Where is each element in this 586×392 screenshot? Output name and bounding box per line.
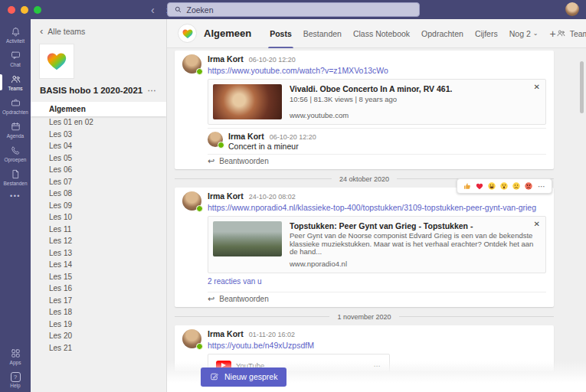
channel-item[interactable]: Les 11 (31, 224, 166, 236)
rail-more-apps-button[interactable]: ••• (0, 189, 31, 203)
titlebar: ‹ › Zoeken (0, 0, 586, 19)
channel-item[interactable]: Algemeen (31, 102, 166, 116)
tab-posts[interactable]: Posts (270, 19, 292, 47)
show-replies-link[interactable]: 2 reacties van u (208, 275, 546, 289)
video-thumbnail[interactable] (213, 84, 282, 119)
channel-team-avatar[interactable] (178, 24, 197, 43)
window-minimize-button[interactable] (21, 6, 28, 14)
article-thumbnail[interactable] (213, 221, 282, 256)
tab-more[interactable]: Nog 2⌄ (509, 19, 539, 47)
channel-item[interactable]: Les 19 (31, 318, 166, 331)
message-link[interactable]: https://www.nporadio4.nl/klassieke-top-4… (208, 203, 546, 212)
avatar[interactable] (182, 191, 201, 211)
reaction-heart-icon[interactable] (475, 181, 484, 191)
message-author[interactable]: Irma Kort (208, 329, 244, 338)
rail-item-assignments[interactable]: Opdrachten (0, 94, 31, 118)
link-preview-card[interactable]: ✕ Vivaldi. Oboe Concerto In A minor, RV … (208, 79, 546, 125)
channel-item[interactable]: Les 01 en 02 (31, 116, 166, 129)
search-input[interactable]: Zoeken (167, 2, 420, 17)
rail-item-chat[interactable]: Chat (0, 47, 31, 70)
channel-item[interactable]: Les 12 (31, 235, 166, 247)
channel-label: Les 19 (49, 320, 72, 328)
new-conversation-button[interactable]: Nieuw gesprek (201, 368, 286, 387)
reaction-sad-icon[interactable] (512, 181, 521, 191)
tab-assignments[interactable]: Opdrachten (421, 19, 463, 47)
channel-item[interactable]: Les 03 (31, 129, 166, 141)
channel-item[interactable]: Les 10 (31, 211, 166, 224)
rail-item-apps[interactable]: Apps (0, 345, 31, 368)
rail-item-teams[interactable]: Teams (0, 70, 31, 94)
channel-item[interactable]: Les 17 (31, 295, 166, 307)
link-preview-card[interactable]: ✕ Topstukken: Peer Gynt van Grieg - Tops… (208, 216, 546, 273)
reaction-laughing-icon[interactable] (487, 181, 496, 191)
team-logo[interactable] (40, 44, 74, 78)
avatar[interactable] (182, 54, 201, 74)
add-tab-button[interactable]: + (549, 19, 555, 47)
rail-label: Oproepen (5, 157, 27, 162)
channel-item[interactable]: Les 15 (31, 271, 166, 283)
teams-people-icon (10, 74, 21, 85)
team-privacy-label: Team (556, 28, 586, 38)
close-icon[interactable]: ✕ (534, 83, 540, 91)
message-link[interactable]: https://www.youtube.com/watch?v=z1MXVo13… (208, 66, 546, 75)
channel-label: Les 17 (49, 296, 72, 305)
reply-author[interactable]: Irma Kort (228, 132, 264, 141)
presence-available-icon (196, 343, 203, 350)
rail-label: Opdrachten (2, 109, 28, 115)
window-zoom-button[interactable] (34, 6, 41, 14)
message-timestamp: 06-10-20 12:20 (249, 55, 296, 64)
scrollbar-thumb[interactable] (580, 61, 584, 113)
channel-item[interactable]: Les 07 (31, 176, 166, 188)
avatar[interactable] (182, 329, 201, 348)
message-feed: Irma Kort 06-10-20 12:20 https://www.you… (167, 48, 586, 392)
card-domain: www.youtube.com (290, 108, 541, 119)
message-author[interactable]: Irma Kort (208, 54, 244, 64)
more-reactions-icon[interactable]: ⋯ (538, 182, 546, 191)
card-description: Peer Gynt van de Noorse componist Edvard… (290, 232, 541, 256)
all-teams-back-button[interactable]: ‹ Alle teams (31, 19, 166, 39)
channel-item[interactable]: Les 13 (31, 247, 166, 260)
team-more-options-icon[interactable]: ⋯ (148, 85, 158, 96)
rail-item-calls[interactable]: Oproepen (0, 142, 31, 165)
card-title: Topstukken: Peer Gynt van Grieg - Topstu… (290, 221, 541, 230)
channel-item[interactable]: Les 08 (31, 188, 166, 200)
all-teams-label: Alle teams (47, 27, 85, 36)
reply-button[interactable]: ↩ Beantwoorden (208, 292, 546, 307)
channel-item[interactable]: Les 21 (31, 342, 166, 354)
history-back-button[interactable]: ‹ (151, 5, 155, 15)
rail-item-files[interactable]: Bestanden (0, 165, 31, 189)
channel-item[interactable]: Les 06 (31, 164, 166, 176)
reply-button[interactable]: ↩ Beantwoorden (208, 154, 546, 169)
presence-available-icon (218, 142, 224, 149)
search-placeholder: Zoeken (187, 5, 214, 15)
rail-item-calendar[interactable]: Agenda (0, 118, 31, 142)
channel-item[interactable]: Les 09 (31, 200, 166, 212)
message-author[interactable]: Irma Kort (208, 191, 244, 201)
tab-files[interactable]: Bestanden (303, 19, 342, 47)
bell-icon (10, 26, 21, 38)
channel-title: Algemeen (204, 28, 251, 39)
reaction-thumbs-up-icon[interactable] (463, 181, 472, 191)
channel-item[interactable]: Les 04 (31, 140, 166, 152)
channel-label: Les 16 (49, 284, 72, 292)
channel-item[interactable]: Les 16 (31, 283, 166, 295)
apps-grid-icon (10, 348, 21, 359)
message-link[interactable]: https://youtu.be/n49xUzpsdfM (208, 341, 546, 350)
channel-item[interactable]: Les 14 (31, 259, 166, 271)
channel-item[interactable]: Les 20 (31, 330, 166, 342)
channel-item[interactable]: Les 18 (31, 306, 166, 318)
presence-available-icon (196, 205, 203, 212)
close-icon[interactable]: ✕ (534, 220, 540, 228)
team-name[interactable]: BASIS hobo 1 2020-2021 (40, 86, 142, 95)
rail-item-activity[interactable]: Activiteit (0, 23, 31, 47)
avatar[interactable] (208, 132, 223, 147)
channel-item[interactable]: Les 05 (31, 152, 166, 165)
tab-grades[interactable]: Cijfers (475, 19, 498, 47)
heart-logo-icon (45, 50, 68, 73)
window-close-button[interactable] (8, 6, 15, 14)
rail-item-help[interactable]: ? Help (0, 368, 31, 392)
reaction-surprised-icon[interactable] (499, 181, 509, 191)
profile-avatar[interactable] (565, 2, 579, 16)
tab-class-notebook[interactable]: Class Notebook (353, 19, 410, 47)
reaction-angry-icon[interactable] (524, 181, 533, 191)
